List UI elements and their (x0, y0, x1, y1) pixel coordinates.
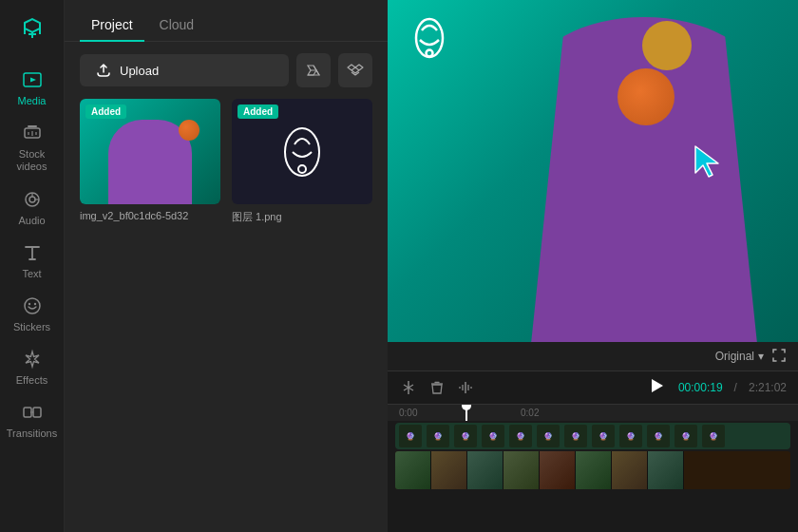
timeline-split-button[interactable] (399, 378, 418, 397)
timeline-delete-button[interactable] (428, 378, 446, 397)
timeline-track-video[interactable] (395, 451, 790, 489)
svg-point-18 (285, 128, 319, 176)
audio-waveform-icon (458, 380, 473, 395)
sidebar-item-audio[interactable]: Audio (0, 180, 64, 234)
media-icon (21, 68, 44, 91)
stickers-icon (21, 294, 44, 317)
svg-point-12 (25, 298, 40, 314)
video-frame-thumb (467, 451, 504, 489)
upload-icon (95, 62, 112, 79)
split-icon (401, 380, 416, 395)
sidebar-item-label-stickers: Stickers (13, 321, 50, 332)
dropbox-button[interactable] (338, 53, 372, 87)
svg-point-9 (29, 197, 35, 202)
app-logo (15, 11, 49, 46)
preview-area: Original ▾ (388, 0, 798, 532)
ruler-mark-2: 0:02 (521, 408, 539, 418)
sidebar-item-stickers[interactable]: Stickers (0, 287, 64, 340)
audio-icon (21, 188, 44, 211)
sidebar-item-label-effects: Effects (16, 374, 48, 386)
sidebar-item-media[interactable]: Media (0, 61, 64, 114)
sidebar-item-transitions[interactable]: Transitions (0, 393, 64, 446)
transitions-icon (21, 401, 44, 424)
video-frame-thumb (395, 451, 431, 489)
play-icon (648, 377, 665, 394)
tab-project[interactable]: Project (80, 10, 144, 42)
delete-icon (429, 380, 445, 395)
svg-rect-4 (28, 125, 37, 127)
tab-bar: Project Cloud (65, 0, 388, 42)
timeline-audio-button[interactable] (456, 378, 475, 397)
sticker-thumb: 🔮 (674, 425, 697, 447)
resolution-label: Original (715, 350, 754, 363)
sticker-thumb: 🔮 (592, 425, 615, 447)
sticker-thumb: 🔮 (702, 425, 725, 447)
preview-controls-bar: Original ▾ (388, 342, 798, 370)
sidebar-item-label-transitions: Transitions (7, 428, 57, 439)
video-frame-thumb (540, 451, 576, 489)
panel-toolbar: Upload (65, 42, 388, 99)
timeline-track-sticker[interactable]: 🔮 🔮 🔮 🔮 🔮 🔮 🔮 🔮 🔮 🔮 🔮 🔮 (395, 423, 790, 449)
svg-marker-29 (652, 379, 663, 392)
timeline-total-time: 2:21:02 (749, 381, 787, 394)
timeline-play-button[interactable] (648, 377, 665, 398)
video-frame-thumb (504, 451, 540, 489)
tab-cloud[interactable]: Cloud (148, 10, 206, 42)
sticker-thumb: 🔮 (482, 425, 504, 447)
dropbox-icon (347, 62, 364, 79)
text-icon (21, 241, 44, 264)
sidebar-item-stock-videos[interactable]: Stock videos (0, 114, 64, 180)
upload-label: Upload (120, 64, 159, 78)
media-filename-2: 图层 1.png (232, 210, 372, 224)
sticker-thumb: 🔮 (427, 425, 449, 447)
sticker-thumb: 🔮 (454, 425, 477, 447)
svg-point-13 (28, 303, 29, 305)
timeline-current-time: 00:00:19 (678, 381, 723, 394)
chevron-down-icon: ▾ (758, 350, 764, 363)
media-grid: Added img_v2_bf0c1dc6-5d32 Added 图层 1.pn (65, 99, 388, 224)
stock-videos-icon (21, 122, 44, 144)
timeline-toolbar: 00:00:19 / 2:21:02 (388, 371, 798, 404)
video-frame-thumb (576, 451, 612, 489)
media-item-2[interactable]: Added 图层 1.png (232, 99, 372, 224)
svg-rect-15 (24, 408, 31, 417)
resolution-selector[interactable]: Original ▾ (715, 350, 764, 363)
preview-sticker-icon (407, 15, 452, 65)
timeline-ruler: 0:00 0:02 (388, 404, 798, 421)
video-preview (388, 0, 798, 342)
added-badge-2: Added (238, 104, 278, 119)
video-frame-thumb (648, 451, 684, 489)
added-badge-1: Added (86, 104, 126, 119)
sticker-thumb: 🔮 (399, 425, 422, 447)
timeline-tracks: 🔮 🔮 🔮 🔮 🔮 🔮 🔮 🔮 🔮 🔮 🔮 🔮 (388, 421, 798, 532)
sidebar-item-text[interactable]: Text (0, 234, 64, 287)
sticker-thumb: 🔮 (647, 425, 670, 447)
media-thumb-2: Added (232, 99, 372, 204)
middle-panel: Project Cloud Upload (65, 0, 388, 532)
video-frame-thumb (431, 451, 467, 489)
sticker-thumb: 🔮 (619, 425, 642, 447)
sidebar: Media Stock videos Audio (0, 0, 65, 532)
sidebar-item-label-media: Media (18, 95, 47, 106)
timeline-separator: / (734, 381, 737, 394)
svg-point-19 (298, 165, 306, 173)
sidebar-item-label-audio: Audio (18, 215, 45, 226)
upload-button[interactable]: Upload (80, 54, 289, 86)
sidebar-item-effects[interactable]: Effects (0, 340, 64, 393)
sticker-thumb: 🔮 (537, 425, 560, 447)
timeline-area: 00:00:19 / 2:21:02 0:00 0:02 🔮 🔮 🔮 🔮 (388, 370, 798, 532)
sidebar-item-label-text: Text (22, 268, 41, 279)
fullscreen-button[interactable] (771, 348, 787, 366)
media-filename-1: img_v2_bf0c1dc6-5d32 (80, 210, 220, 221)
svg-rect-16 (33, 408, 41, 417)
svg-point-21 (427, 50, 433, 57)
sidebar-item-label-stock: Stock videos (17, 148, 48, 173)
google-drive-icon (305, 62, 322, 79)
sticker-thumb: 🔮 (564, 425, 587, 447)
sticker-thumb-svg (274, 124, 331, 180)
media-item-1[interactable]: Added img_v2_bf0c1dc6-5d32 (80, 99, 220, 224)
timeline-playhead[interactable] (466, 405, 467, 421)
effects-icon (21, 348, 44, 370)
fullscreen-icon (771, 348, 787, 363)
google-drive-button[interactable] (296, 53, 331, 87)
